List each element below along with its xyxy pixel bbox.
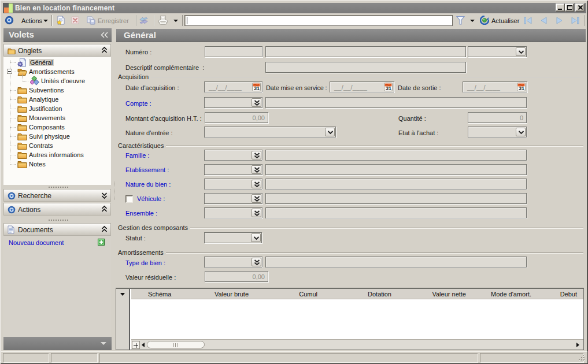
etablissement-lookup[interactable]: [204, 164, 262, 175]
vehicule-label: Véhicule :: [137, 195, 165, 202]
date-sortie-field[interactable]: __/__/____31: [463, 81, 527, 92]
compte-lookup[interactable]: [204, 97, 262, 108]
chevron-down-icon: [101, 342, 106, 345]
lookup-button[interactable]: [252, 98, 261, 107]
nature-bien-label: Nature du bien :: [125, 181, 171, 188]
statut-label: Statut :: [125, 235, 146, 242]
date-mask: __/__/____: [209, 84, 242, 91]
scroll-left-icon[interactable]: [142, 343, 145, 347]
lookup-button[interactable]: [252, 151, 261, 159]
quantite-label: Quantité :: [398, 115, 426, 122]
acquisition-section-label: Acquisition: [118, 73, 149, 80]
lookup-button[interactable]: [252, 258, 261, 266]
grid-add-row-button[interactable]: [132, 341, 140, 349]
date-acquisition-field[interactable]: __/__/____31: [204, 81, 262, 92]
etat-achat-combo[interactable]: [468, 127, 527, 138]
etat-achat-label: Etat à l'achat :: [398, 129, 438, 136]
scrollbar-thumb[interactable]: [147, 341, 205, 348]
amortization-grid: SchémaValeur bruteCumulDotationValeur ne…: [116, 288, 584, 350]
dropdown-button[interactable]: [516, 128, 526, 136]
ensemble-lookup[interactable]: [204, 207, 262, 218]
grid-column-header[interactable]: Schéma: [148, 291, 171, 298]
calendar-button[interactable]: 31: [517, 83, 526, 91]
famille-label: Famille :: [125, 152, 150, 159]
valeur-residuelle-label: Valeur résiduelle :: [125, 274, 176, 281]
quantite-field[interactable]: 0: [468, 112, 527, 123]
svg-text:31: 31: [254, 86, 260, 91]
vehicule-lookup[interactable]: [204, 193, 262, 204]
nature-entree-combo[interactable]: [204, 127, 336, 138]
status-panel: [480, 353, 584, 363]
status-panel: [99, 353, 478, 363]
grid-column-header[interactable]: Valeur nette: [432, 291, 466, 298]
valeur-residuelle-field[interactable]: 0,00: [205, 271, 268, 282]
thumb-grip: [173, 343, 179, 347]
status-panel: [51, 353, 98, 363]
nature-bien-lookup[interactable]: [204, 179, 262, 190]
montant-value: 0,00: [253, 114, 265, 121]
grid-column-header[interactable]: Cumul: [299, 291, 317, 298]
status-bar: [1, 351, 587, 363]
dropdown-button[interactable]: [325, 128, 335, 136]
caracteristiques-section-label: Caractéristiques: [118, 142, 164, 149]
svg-text:31: 31: [386, 86, 391, 91]
date-mise-service-label: Date mise en service :: [266, 84, 327, 91]
date-sortie-label: Date de sortie :: [398, 84, 441, 91]
application-window: Bien en location financement Actions Enr…: [0, 0, 588, 364]
type-bien-lookup[interactable]: [204, 257, 262, 268]
montant-field[interactable]: 0,00: [205, 112, 268, 123]
dropdown-button[interactable]: [251, 233, 261, 242]
sidebar-overflow-bar[interactable]: [3, 337, 112, 350]
section-line: [166, 252, 583, 254]
grid-header-row[interactable]: SchémaValeur bruteCumulDotationValeur ne…: [131, 289, 583, 299]
numero-label: Numéro :: [125, 49, 151, 55]
status-panel: [3, 353, 49, 363]
calendar-button[interactable]: 31: [252, 83, 261, 91]
ensemble-label: Ensemble :: [125, 210, 157, 217]
type-bien-field[interactable]: [265, 257, 527, 268]
etablissement-label: Etablissement :: [125, 166, 169, 173]
etablissement-field[interactable]: [265, 164, 527, 175]
resize-grip[interactable]: [579, 355, 586, 362]
scroll-right-icon[interactable]: [576, 343, 579, 347]
valeur-residuelle-value: 0,00: [253, 273, 265, 280]
compte-field[interactable]: [265, 97, 527, 108]
statut-combo[interactable]: [204, 232, 262, 243]
numero-field-2[interactable]: [265, 46, 466, 57]
lookup-button[interactable]: [252, 194, 261, 203]
descriptif-label: Descriptif complémentaire :: [125, 64, 204, 71]
numero-combo[interactable]: [468, 46, 527, 57]
vehicule-field[interactable]: [265, 193, 527, 204]
amortissements-section-label: Amortissements: [118, 249, 164, 256]
numero-field-1[interactable]: [205, 46, 262, 57]
calendar-button[interactable]: 31: [384, 83, 393, 91]
date-mask: __/__/____: [334, 84, 367, 91]
section-line: [151, 77, 583, 78]
grid-hscrollbar: [131, 339, 583, 350]
grid-menu-caret: [120, 293, 125, 296]
date-mask: __/__/____: [467, 84, 500, 91]
quantite-value: 0: [520, 114, 523, 121]
famille-lookup[interactable]: [204, 150, 262, 161]
lookup-button[interactable]: [252, 165, 261, 174]
descriptif-field[interactable]: [265, 62, 466, 73]
dropdown-button[interactable]: [516, 47, 526, 56]
nature-bien-field[interactable]: [265, 179, 527, 190]
famille-field[interactable]: [265, 150, 527, 161]
grid-column-header[interactable]: Debut: [560, 291, 577, 298]
nature-entree-label: Nature d'entrée :: [125, 129, 173, 136]
date-acquisition-label: Date d'acquisition :: [125, 84, 179, 91]
ensemble-field[interactable]: [265, 207, 527, 218]
grid-column-header[interactable]: Dotation: [368, 291, 391, 298]
montant-label: Montant d'acquisition H.T. :: [125, 115, 202, 122]
lookup-button[interactable]: [252, 180, 261, 188]
grid-indicator-cell[interactable]: [116, 289, 130, 350]
date-mise-service-field[interactable]: __/__/____31: [330, 81, 394, 92]
general-form: Numéro :Descriptif complémentaire :Acqui…: [1, 1, 588, 288]
lookup-button[interactable]: [252, 209, 261, 217]
svg-text:31: 31: [519, 86, 524, 91]
grid-column-header[interactable]: Valeur brute: [215, 291, 249, 298]
grid-column-header[interactable]: Mode d'amort.: [491, 291, 531, 298]
gestion-composants-section-label: Gestion des composants: [118, 224, 188, 231]
vehicule-checkbox[interactable]: [125, 195, 133, 203]
